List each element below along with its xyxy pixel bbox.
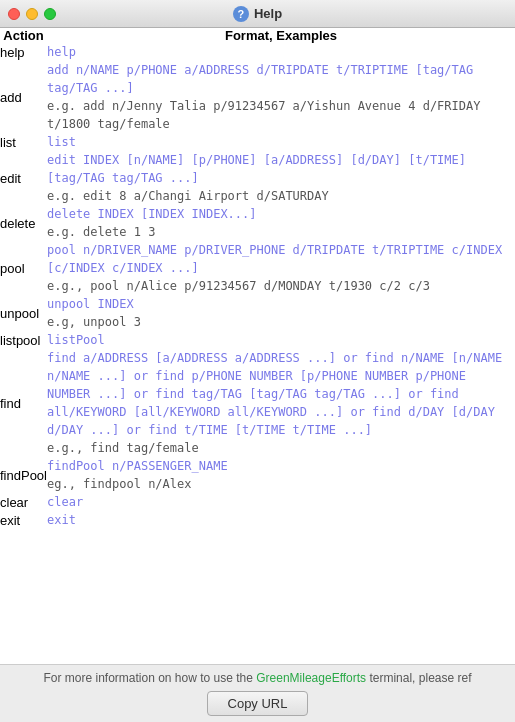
- format-cell: help: [47, 43, 515, 61]
- table-row: deletedelete INDEX [INDEX INDEX...]e.g. …: [0, 205, 515, 241]
- table-row: findfind a/ADDRESS [a/ADDRESS a/ADDRESS …: [0, 349, 515, 457]
- table-row: addadd n/NAME p/PHONE a/ADDRESS d/TRIPDA…: [0, 61, 515, 133]
- info-text: For more information on how to use the G…: [8, 671, 507, 685]
- title-text: Help: [254, 6, 282, 21]
- col-action: Action: [0, 28, 47, 43]
- traffic-lights: [8, 8, 56, 20]
- table-row: listlist: [0, 133, 515, 151]
- table-row: exitexit: [0, 511, 515, 529]
- format-cell: clear: [47, 493, 515, 511]
- minimize-button[interactable]: [26, 8, 38, 20]
- action-cell: pool: [0, 241, 47, 295]
- help-icon: ?: [233, 6, 249, 22]
- format-cell: list: [47, 133, 515, 151]
- format-cell: edit INDEX [n/NAME] [p/PHONE] [a/ADDRESS…: [47, 151, 515, 205]
- action-cell: unpool: [0, 295, 47, 331]
- action-cell: find: [0, 349, 47, 457]
- table-row: clearclear: [0, 493, 515, 511]
- action-cell: listpool: [0, 331, 47, 349]
- format-cell: exit: [47, 511, 515, 529]
- action-cell: list: [0, 133, 47, 151]
- action-cell: delete: [0, 205, 47, 241]
- copy-url-button[interactable]: Copy URL: [207, 691, 309, 716]
- col-format: Format, Examples: [47, 28, 515, 43]
- table-row: listpoollistPool: [0, 331, 515, 349]
- action-cell: add: [0, 61, 47, 133]
- action-cell: findPool: [0, 457, 47, 493]
- format-cell: find a/ADDRESS [a/ADDRESS a/ADDRESS ...]…: [47, 349, 515, 457]
- green-text: GreenMileageEfforts: [256, 671, 366, 685]
- format-cell: add n/NAME p/PHONE a/ADDRESS d/TRIPDATE …: [47, 61, 515, 133]
- title-bar: ? Help: [0, 0, 515, 28]
- action-cell: exit: [0, 511, 47, 529]
- format-cell: unpool INDEXe.g, unpool 3: [47, 295, 515, 331]
- format-cell: pool n/DRIVER_NAME p/DRIVER_PHONE d/TRIP…: [47, 241, 515, 295]
- main-content: Action Format, Examples helphelpaddadd n…: [0, 28, 515, 722]
- window-title: ? Help: [233, 6, 282, 22]
- table-row: findPoolfindPool n/PASSENGER_NAMEeg., fi…: [0, 457, 515, 493]
- bottom-bar: For more information on how to use the G…: [0, 664, 515, 722]
- close-button[interactable]: [8, 8, 20, 20]
- action-cell: clear: [0, 493, 47, 511]
- format-cell: listPool: [47, 331, 515, 349]
- table-row: poolpool n/DRIVER_NAME p/DRIVER_PHONE d/…: [0, 241, 515, 295]
- help-table: Action Format, Examples helphelpaddadd n…: [0, 28, 515, 529]
- action-cell: edit: [0, 151, 47, 205]
- maximize-button[interactable]: [44, 8, 56, 20]
- format-cell: findPool n/PASSENGER_NAMEeg., findpool n…: [47, 457, 515, 493]
- table-row: editedit INDEX [n/NAME] [p/PHONE] [a/ADD…: [0, 151, 515, 205]
- action-cell: help: [0, 43, 47, 61]
- table-row: helphelp: [0, 43, 515, 61]
- format-cell: delete INDEX [INDEX INDEX...]e.g. delete…: [47, 205, 515, 241]
- table-row: unpoolunpool INDEXe.g, unpool 3: [0, 295, 515, 331]
- table-container[interactable]: Action Format, Examples helphelpaddadd n…: [0, 28, 515, 664]
